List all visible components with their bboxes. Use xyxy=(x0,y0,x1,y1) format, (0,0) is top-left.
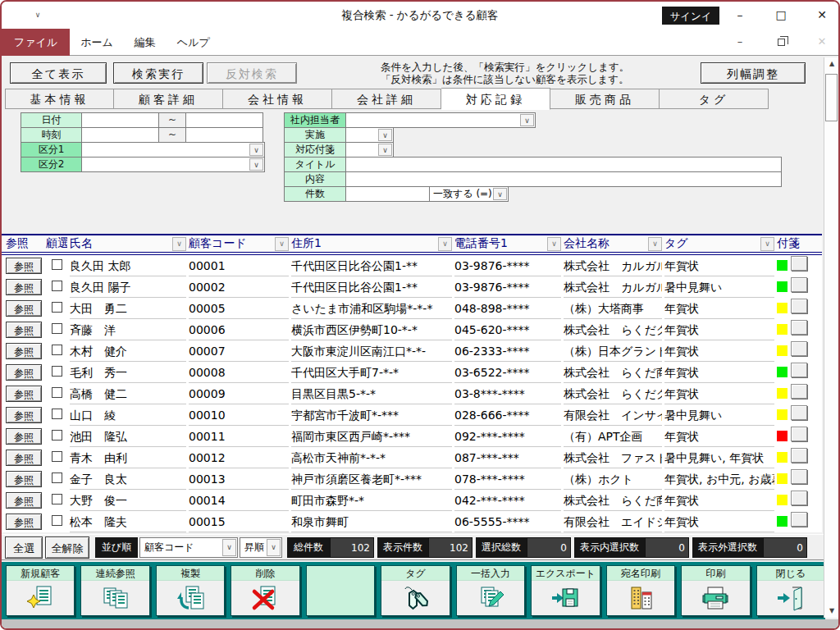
tab-2[interactable]: 顧客詳細 xyxy=(114,89,223,109)
ref-button[interactable]: 参照 xyxy=(6,428,42,445)
scroll-down-icon[interactable]: ▼ xyxy=(825,605,838,618)
row-checkbox[interactable] xyxy=(52,366,62,377)
ref-button[interactable]: 参照 xyxy=(6,471,42,487)
chevron-down-icon[interactable]: ∨ xyxy=(267,539,281,556)
show-all-button[interactable]: 全て表示 xyxy=(10,62,107,84)
row-checkbox[interactable] xyxy=(52,345,62,355)
ref-button[interactable]: 参照 xyxy=(6,279,42,295)
row-checkbox[interactable] xyxy=(52,259,62,270)
tab-1[interactable]: 基本情報 xyxy=(5,89,114,109)
fusen-button[interactable] xyxy=(791,299,807,313)
ref-button[interactable]: 参照 xyxy=(6,258,42,274)
title-input[interactable] xyxy=(345,157,782,172)
jisshi-select[interactable]: ∨ xyxy=(345,127,394,143)
signin-button[interactable]: サインイン xyxy=(662,7,719,25)
sort-field-select[interactable]: 顧客コード∨ xyxy=(139,537,238,558)
fusen-button[interactable] xyxy=(791,512,807,527)
row-checkbox[interactable] xyxy=(52,472,62,483)
tab-7[interactable]: タグ xyxy=(660,89,769,109)
reverse-search-button[interactable]: 反対検索 xyxy=(207,62,297,84)
chevron-down-icon[interactable]: ∨ xyxy=(249,144,263,156)
ref-button[interactable]: 参照 xyxy=(6,322,42,338)
sort-dropdown-icon[interactable]: ∨ xyxy=(760,237,774,251)
fusen-button[interactable] xyxy=(791,384,807,399)
bottom-button-serial-view[interactable]: 連続参照 xyxy=(80,565,149,616)
row-checkbox[interactable] xyxy=(52,281,62,291)
mdi-restore-button[interactable] xyxy=(767,29,795,55)
bottom-button-batch-input[interactable]: 一括入力 xyxy=(456,565,525,616)
tab-4[interactable]: 会社詳細 xyxy=(332,89,441,109)
ref-button[interactable]: 参照 xyxy=(6,300,42,317)
staff-select[interactable]: ∨ xyxy=(345,112,536,128)
count-match-select[interactable]: 一致する (=)∨ xyxy=(429,186,509,202)
ref-button[interactable]: 参照 xyxy=(6,450,42,466)
time-to-input[interactable] xyxy=(185,127,263,143)
fusen-button[interactable] xyxy=(791,469,807,484)
run-search-button[interactable]: 検索実行 xyxy=(113,62,203,84)
tab-5[interactable]: 対応記録 xyxy=(441,88,550,110)
ref-button[interactable]: 参照 xyxy=(6,386,42,402)
row-checkbox[interactable] xyxy=(52,409,62,419)
sort-dropdown-icon[interactable]: ∨ xyxy=(172,237,186,251)
tab-3[interactable]: 会社情報 xyxy=(223,89,332,109)
fusen-button[interactable] xyxy=(791,448,807,463)
fusen-button[interactable] xyxy=(791,427,807,441)
row-checkbox[interactable] xyxy=(52,451,62,462)
row-checkbox[interactable] xyxy=(52,302,62,313)
sort-dropdown-icon[interactable]: ∨ xyxy=(648,237,662,251)
chevron-down-icon[interactable]: ∨ xyxy=(222,539,236,556)
bottom-button-address-print[interactable]: 宛名印刷 xyxy=(606,565,675,616)
fusen-button[interactable] xyxy=(791,341,807,356)
content-input[interactable] xyxy=(345,171,782,187)
sort-dropdown-icon[interactable]: ∨ xyxy=(547,237,561,251)
fusen-select[interactable]: ∨ xyxy=(345,142,394,158)
bottom-button-export[interactable]: エクスポート xyxy=(531,565,600,616)
time-from-input[interactable] xyxy=(81,127,159,143)
bottom-button-delete[interactable]: 削除 xyxy=(231,565,299,616)
row-checkbox[interactable] xyxy=(52,387,62,398)
fusen-button[interactable] xyxy=(791,320,807,335)
close-button[interactable]: ✕ xyxy=(808,2,836,29)
fusen-button[interactable] xyxy=(791,491,807,505)
fusen-button[interactable] xyxy=(791,277,807,292)
mdi-minimize-button[interactable]: – xyxy=(726,29,754,55)
chevron-down-icon[interactable]: ∨ xyxy=(249,158,263,171)
chevron-down-icon[interactable]: ∨ xyxy=(378,144,392,156)
menu-item-3[interactable]: 編集 xyxy=(124,29,167,56)
scroll-up-icon[interactable]: ▲ xyxy=(825,57,838,71)
chevron-down-icon[interactable]: ∨ xyxy=(378,129,392,141)
vertical-scrollbar[interactable]: ▲ ▼ xyxy=(824,57,838,618)
select-all-button[interactable]: 全選択 xyxy=(5,536,43,559)
sort-dropdown-icon[interactable]: ∨ xyxy=(438,237,452,251)
sort-dropdown-icon[interactable]: ∨ xyxy=(275,237,289,251)
fusen-button[interactable] xyxy=(791,363,807,377)
bottom-button-duplicate[interactable]: 複製 xyxy=(156,565,225,616)
row-checkbox[interactable] xyxy=(52,430,62,441)
maximize-button[interactable]: □ xyxy=(767,2,795,29)
count-input[interactable] xyxy=(345,186,430,202)
bottom-button-new-customer[interactable]: 新規顧客 xyxy=(6,565,75,616)
menu-item-1[interactable]: ファイル xyxy=(2,29,70,56)
mdi-close-button[interactable]: ✕ xyxy=(808,29,836,55)
kubun2-select[interactable]: ∨ xyxy=(81,157,265,172)
ref-button[interactable]: 参照 xyxy=(6,364,42,381)
chevron-down-icon[interactable]: ∨ xyxy=(493,188,507,200)
menu-item-4[interactable]: ヘルプ xyxy=(167,29,221,56)
clear-all-button[interactable]: 全解除 xyxy=(45,536,89,559)
menu-item-2[interactable]: ホーム xyxy=(70,29,124,56)
row-checkbox[interactable] xyxy=(52,494,62,504)
date-from-input[interactable] xyxy=(81,112,159,128)
row-checkbox[interactable] xyxy=(52,515,62,526)
ref-button[interactable]: 参照 xyxy=(6,514,42,530)
minimize-button[interactable]: – xyxy=(726,2,754,29)
bottom-button-close-door[interactable]: 閉じる xyxy=(756,565,825,616)
date-to-input[interactable] xyxy=(185,112,263,128)
column-width-button[interactable]: 列幅調整 xyxy=(701,62,806,84)
tab-6[interactable]: 販売商品 xyxy=(550,89,660,109)
ref-button[interactable]: 参照 xyxy=(6,343,42,359)
scrollbar-thumb[interactable] xyxy=(825,74,838,121)
ref-button[interactable]: 参照 xyxy=(6,492,42,509)
row-checkbox[interactable] xyxy=(52,323,62,334)
kubun1-select[interactable]: ∨ xyxy=(81,142,265,158)
fusen-button[interactable] xyxy=(791,256,807,271)
